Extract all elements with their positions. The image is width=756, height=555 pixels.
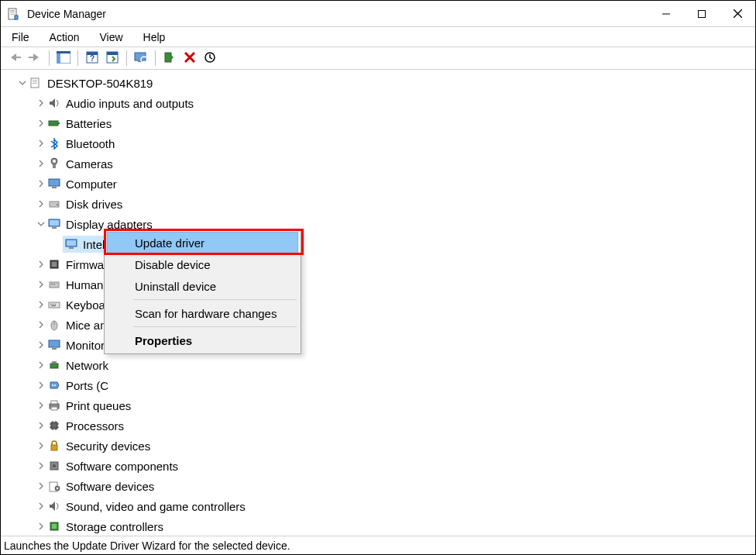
svg-rect-25 — [33, 81, 37, 82]
svg-rect-59 — [52, 361, 57, 364]
tree-item-batteries[interactable]: Batteries — [7, 113, 749, 133]
tree-item-audio[interactable]: Audio inputs and outputs — [7, 93, 749, 113]
svg-rect-27 — [49, 121, 58, 126]
toolbar-help-button[interactable]: ? — [83, 49, 101, 67]
svg-point-76 — [53, 464, 56, 467]
monitor-icon — [47, 338, 61, 352]
svg-rect-6 — [699, 10, 706, 17]
toolbar-uninstall-button[interactable] — [180, 49, 199, 67]
svg-rect-47 — [54, 284, 55, 284]
tree-item-sw-components[interactable]: Software components — [7, 456, 749, 476]
expand-icon[interactable] — [35, 117, 47, 129]
expand-icon[interactable] — [35, 178, 47, 190]
expand-icon[interactable] — [35, 480, 47, 492]
computer-root-icon — [29, 76, 43, 90]
tree-root-row[interactable]: DESKTOP-504K819 — [7, 73, 749, 93]
tree-item-network[interactable]: Network — [7, 355, 749, 375]
tree-item-cameras[interactable]: Cameras — [7, 153, 749, 174]
tree-item-print[interactable]: Print queues — [7, 395, 749, 415]
scan-hardware-icon — [134, 51, 148, 66]
softdev-icon — [47, 479, 61, 493]
close-button[interactable] — [720, 1, 755, 26]
svg-point-61 — [54, 384, 56, 386]
expand-icon[interactable] — [35, 339, 47, 351]
device-manager-window: Device Manager File Action View Help — [0, 0, 756, 555]
svg-rect-64 — [51, 407, 57, 410]
keyboard-icon — [47, 298, 61, 312]
toolbar-update-driver-button[interactable] — [160, 49, 179, 67]
svg-rect-16 — [107, 52, 118, 55]
disk-icon — [47, 197, 61, 211]
display-adapter-icon — [64, 237, 78, 251]
expand-icon[interactable] — [35, 520, 47, 533]
toolbar-forward-button[interactable] — [26, 49, 44, 67]
statusbar: Launches the Update Driver Wizard for th… — [1, 536, 755, 554]
expand-icon[interactable] — [35, 97, 47, 109]
forward-arrow-icon — [27, 51, 43, 66]
expand-icon[interactable] — [35, 278, 47, 291]
ctx-uninstall-device[interactable]: Uninstall device — [107, 275, 298, 297]
collapse-icon[interactable] — [16, 77, 29, 89]
menubar: File Action View Help — [1, 27, 755, 47]
expand-icon[interactable] — [35, 440, 47, 452]
expand-icon[interactable] — [35, 419, 47, 432]
tree-item-disk[interactable]: Disk drives — [7, 194, 749, 214]
tree-item-label: Security devices — [66, 440, 150, 453]
menu-view[interactable]: View — [90, 29, 132, 45]
tree-item-security[interactable]: Security devices — [7, 436, 749, 456]
toolbar: ? — [1, 47, 755, 70]
expand-icon[interactable] — [35, 258, 47, 271]
svg-rect-31 — [53, 164, 56, 168]
tree-item-sound[interactable]: Sound, video and game controllers — [7, 496, 749, 516]
tree-item-ports[interactable]: Ports (C — [7, 375, 749, 395]
console-tree-icon — [57, 51, 70, 66]
tree-item-label: Mice an — [66, 319, 107, 332]
tree-item-bluetooth[interactable]: Bluetooth — [7, 133, 749, 153]
menu-file[interactable]: File — [2, 29, 39, 45]
svg-rect-3 — [10, 14, 15, 15]
maximize-button[interactable] — [684, 1, 720, 26]
svg-rect-63 — [51, 401, 57, 404]
collapse-icon[interactable] — [35, 218, 47, 230]
svg-rect-65 — [51, 422, 57, 429]
expand-icon[interactable] — [35, 500, 47, 512]
svg-rect-44 — [50, 282, 59, 288]
toolbar-show-hide-tree-button[interactable] — [54, 49, 73, 67]
expand-icon[interactable] — [35, 359, 47, 371]
computer-icon — [47, 177, 61, 191]
expand-icon[interactable] — [35, 157, 47, 170]
tree-item-label: Ports (C — [66, 379, 108, 392]
tree-item-sw-devices[interactable]: Software devices — [7, 476, 749, 496]
svg-rect-56 — [49, 340, 60, 347]
tree-item-computer[interactable]: Computer — [7, 174, 749, 194]
minimize-button[interactable] — [648, 1, 684, 26]
window-controls — [648, 1, 755, 26]
svg-rect-11 — [57, 51, 70, 53]
toolbar-disable-button[interactable] — [201, 49, 219, 67]
menu-help[interactable]: Help — [134, 29, 175, 45]
ctx-scan-hardware[interactable]: Scan for hardware changes — [107, 302, 298, 324]
tree-item-processors[interactable]: Processors — [7, 415, 749, 436]
tree-item-label: Computer — [66, 178, 117, 191]
toolbar-scan-button[interactable] — [132, 49, 150, 67]
expand-icon[interactable] — [35, 399, 47, 412]
expand-icon[interactable] — [35, 319, 47, 331]
component-icon — [47, 459, 61, 473]
tree-item-label: Cameras — [66, 157, 113, 171]
ctx-disable-device[interactable]: Disable device — [107, 253, 298, 275]
toolbar-export-button[interactable] — [103, 49, 122, 67]
tree-item-storage[interactable]: Storage controllers — [7, 516, 749, 536]
toolbar-separator — [49, 50, 50, 66]
expand-icon[interactable] — [35, 198, 47, 210]
device-tree[interactable]: DESKTOP-504K819 Audio inputs and outputs… — [1, 70, 755, 536]
expand-icon[interactable] — [35, 379, 47, 391]
expand-icon[interactable] — [35, 298, 47, 311]
ctx-update-driver[interactable]: Update driver — [107, 232, 298, 253]
toolbar-back-button[interactable] — [5, 49, 24, 67]
context-menu: Update driver Disable device Uninstall d… — [104, 229, 301, 354]
expand-icon[interactable] — [35, 460, 47, 472]
expand-icon[interactable] — [35, 137, 47, 150]
menu-action[interactable]: Action — [40, 29, 89, 45]
ctx-properties[interactable]: Properties — [107, 329, 298, 351]
cpu-icon — [47, 419, 61, 433]
